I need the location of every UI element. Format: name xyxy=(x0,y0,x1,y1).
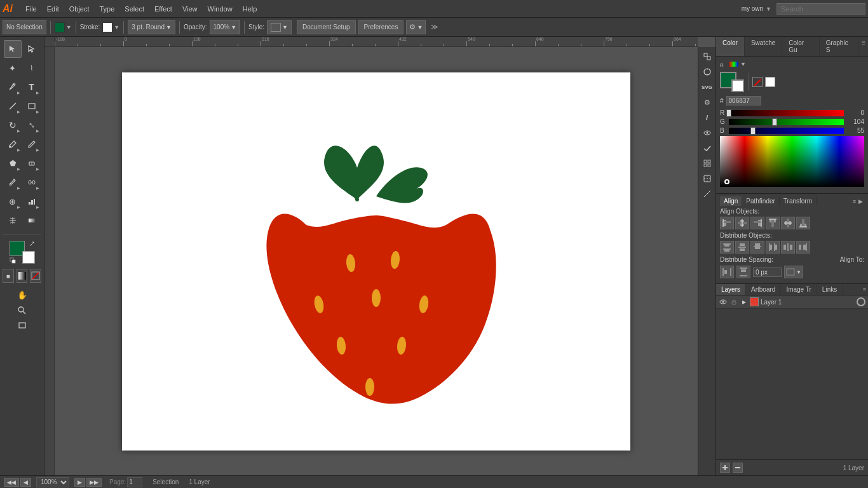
b-slider-thumb[interactable] xyxy=(750,127,756,135)
align-vcenter-btn[interactable] xyxy=(781,217,795,229)
settings-arrow[interactable]: ▼ xyxy=(417,24,423,30)
stroke-color-swatch[interactable] xyxy=(102,22,112,32)
color-mode-btn[interactable]: ▼ xyxy=(740,61,746,67)
r-slider-thumb[interactable] xyxy=(726,109,731,117)
gradient-tool[interactable] xyxy=(23,212,41,229)
none-swatch[interactable] xyxy=(752,77,763,87)
menu-window[interactable]: Window xyxy=(203,3,238,15)
stroke-color-area[interactable]: ▼ xyxy=(102,22,119,32)
zoom-tool[interactable] xyxy=(13,303,31,317)
hand-tool[interactable]: ✋ xyxy=(13,288,31,302)
r-slider-track[interactable] xyxy=(729,110,844,116)
opacity-arrow[interactable]: ▼ xyxy=(231,24,236,30)
align-bottom-btn[interactable] xyxy=(796,217,810,229)
color-mode-color[interactable]: ■ xyxy=(3,269,14,283)
tab-pathfinder[interactable]: Pathfinder xyxy=(742,196,780,206)
tab-color[interactable]: Color xyxy=(716,37,745,56)
align-to-arrow[interactable]: ▼ xyxy=(796,269,801,275)
direct-selection-tool[interactable] xyxy=(23,40,41,58)
workspace-arrow[interactable]: ▼ xyxy=(766,6,771,12)
eyedropper-tool[interactable]: ▶ xyxy=(4,173,22,191)
tab-color-guide[interactable]: Color Gu xyxy=(782,37,819,56)
dist-hcenter-btn[interactable] xyxy=(781,241,795,254)
menu-effect[interactable]: Effect xyxy=(149,3,177,15)
align-panel-menu[interactable]: ≡ xyxy=(851,197,857,206)
color-picker-gradient[interactable] xyxy=(720,136,864,187)
page-input[interactable] xyxy=(127,477,142,487)
color-mode-none[interactable] xyxy=(30,269,41,283)
eraser-tool[interactable]: ▶ xyxy=(23,154,41,172)
rectangle-tool[interactable]: ▶ xyxy=(23,97,41,115)
tab-swatches[interactable]: Swatche xyxy=(745,37,782,56)
dist-vcenter-btn[interactable] xyxy=(735,241,749,254)
fill-color-area[interactable]: ▼ xyxy=(55,22,72,32)
color-mode-gradient[interactable] xyxy=(17,269,28,283)
prev-artboard-btn[interactable]: ◀◀ xyxy=(4,478,19,487)
side-transform2-icon[interactable] xyxy=(700,172,714,186)
magic-wand-tool[interactable]: ✦ xyxy=(4,59,22,77)
selection-tool[interactable] xyxy=(4,40,22,58)
fill-color-swatch[interactable] xyxy=(55,22,65,32)
zoom-select[interactable]: 25% 50% 75% 100% 150% 200% xyxy=(36,477,69,487)
dist-top-btn[interactable] xyxy=(720,241,734,254)
scale-tool[interactable]: ⤡ ▶ xyxy=(23,116,41,134)
side-info-icon[interactable]: i xyxy=(700,111,714,125)
menu-object[interactable]: Object xyxy=(64,3,95,15)
align-top-btn[interactable] xyxy=(766,217,780,229)
layer-expand-arrow[interactable]: ▶ xyxy=(740,298,748,306)
align-right-btn[interactable] xyxy=(750,217,764,229)
layer-target-button[interactable] xyxy=(857,297,865,306)
column-graph-tool[interactable]: ▶ xyxy=(23,193,41,210)
tool-stroke-swatch[interactable] xyxy=(22,251,35,264)
opacity-selector[interactable]: 100% ▼ xyxy=(210,20,241,34)
pencil-tool[interactable]: ▶ xyxy=(23,135,41,153)
style-swatch[interactable] xyxy=(271,23,281,32)
blend-tool[interactable]: ▶ xyxy=(23,173,41,191)
dist-vert-spacing-btn[interactable] xyxy=(736,266,750,278)
stroke-color-arrow[interactable]: ▼ xyxy=(114,24,119,30)
tab-artboard[interactable]: Artboard xyxy=(746,284,781,295)
side-eye-icon[interactable] xyxy=(700,126,714,140)
extra-settings[interactable]: ⚙ ▼ xyxy=(406,20,426,34)
lasso-tool[interactable]: ⌇ xyxy=(23,59,41,77)
align-left-btn[interactable] xyxy=(720,217,734,229)
bg-color-swatch[interactable] xyxy=(731,79,744,92)
workspace-selector[interactable]: my own ▼ xyxy=(742,5,771,12)
tab-align[interactable]: Align xyxy=(720,196,742,206)
menu-view[interactable]: View xyxy=(177,3,203,15)
artboard[interactable] xyxy=(122,72,630,451)
rotate-tool[interactable]: ↻ ▶ xyxy=(4,116,22,134)
dist-left-btn[interactable] xyxy=(766,241,780,254)
align-expand[interactable]: ▶ xyxy=(857,197,864,206)
next-artboard-btn[interactable]: ▶▶ xyxy=(86,478,102,487)
symbol-sprayer-tool[interactable]: ⊕ ▶ xyxy=(4,193,22,210)
b-slider-track[interactable] xyxy=(729,128,844,134)
style-selector[interactable]: ▼ xyxy=(267,20,292,34)
g-slider-thumb[interactable] xyxy=(772,118,777,126)
white-swatch[interactable] xyxy=(765,77,775,87)
delete-layer-btn[interactable] xyxy=(733,463,743,473)
dist-right-btn[interactable] xyxy=(796,241,810,254)
dist-bottom-btn[interactable] xyxy=(750,241,764,254)
menu-select[interactable]: Select xyxy=(119,3,149,15)
brush-size-arrow[interactable]: ▼ xyxy=(166,24,172,30)
mesh-tool[interactable] xyxy=(4,212,22,229)
side-transform-icon[interactable] xyxy=(700,65,714,79)
menu-edit[interactable]: Edit xyxy=(42,3,64,15)
tab-links[interactable]: Links xyxy=(817,284,843,295)
side-arrange-icon[interactable] xyxy=(700,50,714,64)
align-hcenter-btn[interactable] xyxy=(735,217,749,229)
menu-help[interactable]: Help xyxy=(238,3,262,15)
prev-btn[interactable]: ◀ xyxy=(20,478,31,487)
menu-file[interactable]: File xyxy=(20,3,42,15)
side-svg-icon[interactable]: SVG xyxy=(700,80,714,94)
tab-layers[interactable]: Layers xyxy=(716,284,746,295)
tab-graphic-styles[interactable]: Graphic S xyxy=(820,37,860,56)
toolbar-expand[interactable]: ≫ xyxy=(428,23,441,31)
hex-input[interactable] xyxy=(726,96,761,105)
line-tool[interactable]: ▶ xyxy=(4,97,22,115)
tab-image-trace[interactable]: Image Tr xyxy=(781,284,817,295)
paintbrush-tool[interactable]: ▶ xyxy=(4,135,22,153)
layer-lock-toggle[interactable] xyxy=(729,297,738,306)
brush-size-selector[interactable]: 3 pt. Round ▼ xyxy=(128,20,175,34)
